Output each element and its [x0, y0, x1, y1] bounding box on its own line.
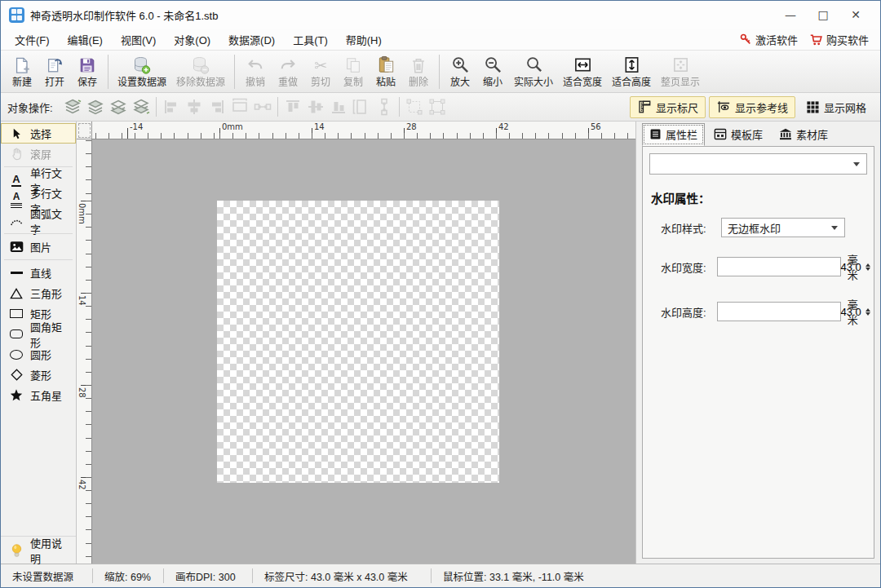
zoom-out-button[interactable]: 缩小 [476, 52, 509, 91]
zoom-status: 缩放: 69% [93, 568, 163, 584]
actual-size-icon [525, 55, 543, 76]
ungroup-icon [426, 96, 449, 117]
delete-button: 删除 [402, 52, 435, 91]
bring-forward-icon[interactable] [84, 96, 107, 117]
tool-scroll: 滚屏 [1, 144, 76, 164]
watermark-height-spinner [717, 302, 841, 321]
menu-help[interactable]: 帮助(H) [337, 29, 391, 51]
menu-object[interactable]: 对象(O) [165, 29, 219, 51]
right-panel-tabs: 属性栏 模板库 素材库 [642, 124, 874, 146]
bring-to-front-icon[interactable] [61, 96, 84, 117]
undo-icon [246, 55, 264, 76]
object-selector-dropdown[interactable] [649, 153, 867, 175]
align-center-h-icon [183, 96, 206, 117]
open-button[interactable]: 打开 [38, 52, 71, 91]
help-button[interactable]: 使用说明 [1, 540, 76, 560]
key-icon [739, 33, 752, 46]
title-bar: 神奇透明水印制作软件 6.0 - 未命名1.stb — □ ✕ [1, 1, 880, 29]
align-left-icon [160, 96, 183, 117]
watermark-width-input[interactable] [718, 258, 866, 276]
cart-icon [809, 33, 823, 46]
canvas-area[interactable]: -14 0mm 14 28 42 56 0mm 14 28 42 [77, 122, 635, 564]
send-backward-icon[interactable] [107, 96, 130, 117]
fit-width-icon [573, 55, 592, 76]
single-text-icon: A [7, 174, 25, 187]
mouse-position-status: 鼠标位置: 33.1 毫米, -11.0 毫米 [432, 568, 595, 584]
tool-select[interactable]: 选择 [1, 123, 76, 144]
watermark-width-label: 水印宽度: [661, 259, 717, 275]
tool-arc-text[interactable]: 圆弧文字 [1, 210, 76, 231]
watermark-width-spinner [717, 257, 841, 276]
redo-icon [279, 55, 297, 76]
width-unit-label: 毫米 [848, 251, 867, 282]
fit-height-icon [622, 55, 641, 76]
fit-height-button[interactable]: 适合高度 [607, 52, 656, 91]
align-right-icon [206, 96, 228, 117]
tab-templates[interactable]: 模板库 [706, 123, 770, 146]
actual-size-button[interactable]: 实际大小 [509, 52, 558, 91]
tool-star[interactable]: 五角星 [1, 385, 76, 405]
tool-circle[interactable]: 圆形 [1, 344, 76, 365]
show-guides-toggle[interactable]: 显示参考线 [709, 96, 795, 118]
menu-datasource[interactable]: 数据源(D) [219, 29, 284, 51]
rounded-rectangle-icon [7, 329, 25, 338]
tab-materials[interactable]: 素材库 [772, 123, 835, 146]
dpi-status: 画布DPI: 300 [164, 568, 252, 584]
guides-icon [716, 99, 731, 114]
arc-text-icon [7, 215, 25, 227]
minimize-button[interactable]: — [774, 2, 807, 27]
menu-view[interactable]: 视图(V) [112, 29, 165, 51]
fit-width-button[interactable]: 适合宽度 [558, 52, 607, 91]
full-page-button: 整页显示 [656, 52, 705, 91]
circle-icon [7, 350, 25, 360]
scissors-icon: ✂ [314, 55, 327, 76]
show-ruler-toggle[interactable]: 显示标尺 [630, 96, 706, 118]
paste-button[interactable]: 粘贴 [370, 52, 402, 91]
window-title: 神奇透明水印制作软件 6.0 - 未命名1.stb [30, 7, 218, 23]
triangle-icon [7, 288, 25, 299]
multi-text-icon: A [7, 192, 25, 208]
menu-tools[interactable]: 工具(T) [284, 29, 337, 51]
tool-diamond[interactable]: 菱形 [1, 365, 76, 385]
watermark-style-select[interactable]: 无边框水印 [721, 218, 845, 237]
database-remove-icon [191, 55, 210, 76]
label-size-status: 标签尺寸: 43.0 毫米 x 43.0 毫米 [253, 568, 431, 584]
redo-button: 重做 [272, 52, 304, 91]
bank-icon [779, 128, 792, 140]
remove-datasource-button: 移除数据源 [171, 52, 230, 91]
tool-triangle[interactable]: 三角形 [1, 283, 76, 303]
maximize-button[interactable]: □ [807, 2, 839, 27]
watermark-canvas[interactable] [217, 201, 499, 483]
database-add-icon [132, 55, 152, 76]
rectangle-icon [7, 309, 25, 318]
chevron-down-icon [853, 162, 860, 166]
align-top-icon [281, 96, 304, 117]
tab-properties[interactable]: 属性栏 [642, 123, 705, 146]
zoom-in-button[interactable]: 放大 [444, 52, 476, 91]
template-window-icon [714, 128, 727, 140]
new-button[interactable]: 新建 [6, 52, 38, 91]
tool-line[interactable]: 直线 [1, 263, 76, 283]
same-height-icon [350, 96, 373, 117]
show-grid-toggle[interactable]: 显示网格 [799, 96, 874, 118]
tool-rounded-rectangle[interactable]: 圆角矩形 [1, 324, 76, 344]
tool-image[interactable]: 图片 [1, 237, 76, 257]
close-button[interactable]: ✕ [839, 2, 872, 27]
same-width-icon [228, 96, 251, 117]
activate-software-link[interactable]: 激活软件 [739, 32, 798, 47]
set-datasource-button[interactable]: 设置数据源 [113, 52, 171, 91]
watermark-properties-title: 水印属性： [651, 189, 866, 206]
menu-edit[interactable]: 编辑(E) [59, 29, 112, 51]
distribute-v-icon [373, 96, 396, 117]
save-button[interactable]: 保存 [71, 52, 104, 91]
menu-bar: 文件(F) 编辑(E) 视图(V) 对象(O) 数据源(D) 工具(T) 帮助(… [1, 29, 880, 51]
cut-button: ✂ 剪切 [304, 52, 337, 91]
save-floppy-icon [78, 55, 96, 76]
buy-software-link[interactable]: 购买软件 [809, 32, 869, 47]
send-to-back-icon[interactable] [130, 96, 153, 117]
watermark-height-input[interactable] [718, 303, 866, 321]
undo-button: 撤销 [239, 52, 272, 91]
menu-file[interactable]: 文件(F) [6, 29, 59, 51]
ruler-icon [637, 99, 652, 114]
image-icon [7, 241, 25, 253]
